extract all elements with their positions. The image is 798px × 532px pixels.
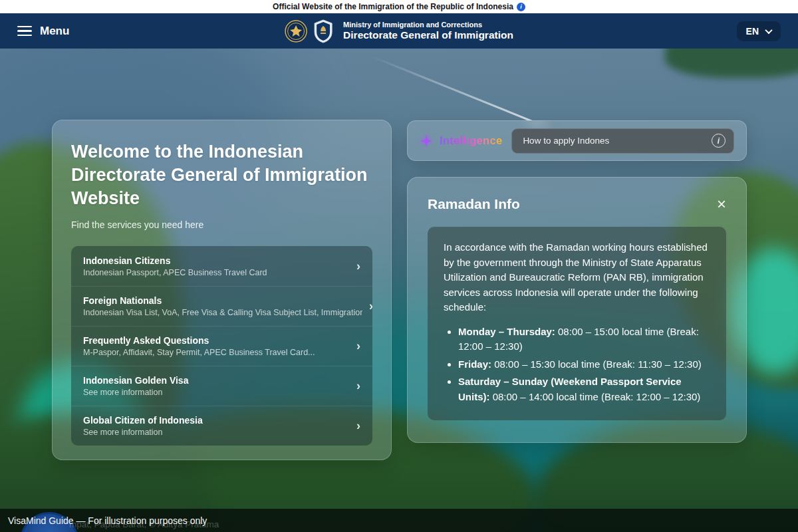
service-item-faq[interactable]: Frequently Asked Questions M-Paspor, Aff… (71, 326, 372, 366)
ramadan-info-card: Ramadan Info × In accordance with the Ra… (407, 177, 747, 443)
menu-label: Menu (40, 25, 69, 38)
ministry-title: Ministry of Immigration and Corrections … (343, 21, 513, 42)
service-list: Indonesian Citizens Indonesian Passport,… (71, 246, 372, 446)
schedule-item: Friday: 08:00 – 15:30 local time (Break:… (458, 357, 710, 372)
schedule-label: Friday: (458, 358, 491, 370)
main-header: Menu Ministry of Immigration and Correct… (0, 13, 798, 49)
ministry-emblem-icon (285, 20, 307, 43)
chevron-right-icon: › (356, 419, 360, 433)
search-input-wrapper: i (511, 128, 734, 154)
service-title: Global Citizen of Indonesia (83, 415, 203, 426)
official-top-bar: Official Website of the Immigration of t… (0, 0, 798, 13)
close-icon[interactable]: × (717, 198, 726, 210)
chevron-down-icon (765, 26, 772, 33)
service-title: Indonesian Citizens (83, 255, 267, 266)
service-item-indonesian-citizens[interactable]: Indonesian Citizens Indonesian Passport,… (71, 246, 372, 286)
service-item-foreign-nationals[interactable]: Foreign Nationals Indonesian Visa List, … (71, 286, 372, 326)
service-item-golden-visa[interactable]: Indonesian Golden Visa See more informat… (71, 366, 372, 406)
schedule-label: Monday – Thursday: (458, 326, 555, 337)
header-branding: Ministry of Immigration and Corrections … (285, 19, 513, 43)
sparkle-icon (420, 134, 433, 148)
islet-top-right (665, 49, 798, 78)
info-icon[interactable]: i (517, 3, 525, 11)
service-subtitle: Indonesian Visa List, VoA, Free Visa & C… (83, 308, 362, 317)
ramadan-title: Ramadan Info (428, 196, 520, 212)
service-subtitle: M-Paspor, Affidavit, Stay Permit, APEC B… (83, 348, 315, 357)
intelligence-brand-label: Intelligence (440, 134, 502, 147)
search-input[interactable] (523, 136, 706, 146)
footer-disclaimer: VisaMind Guide — For illustration purpos… (8, 515, 207, 526)
hamburger-icon (17, 26, 32, 37)
schedule-text: 08:00 – 14:00 local time (Break: 12:00 –… (490, 391, 701, 402)
ministry-line1: Ministry of Immigration and Corrections (343, 21, 513, 29)
official-top-bar-text: Official Website of the Immigration of t… (273, 2, 513, 11)
ramadan-schedule-list: Monday – Thursday: 08:00 – 15:00 local t… (444, 325, 710, 405)
boat-wake (370, 55, 550, 129)
menu-button[interactable]: Menu (17, 25, 69, 38)
language-code: EN (746, 26, 759, 37)
chevron-right-icon: › (369, 299, 372, 313)
ramadan-body-text: In accordance with the Ramadan working h… (444, 240, 710, 315)
ministry-line2: Directorate General of Immigration (343, 29, 513, 42)
service-subtitle: See more information (83, 388, 188, 397)
chevron-right-icon: › (356, 379, 360, 393)
service-item-global-citizen[interactable]: Global Citizen of Indonesia See more inf… (71, 406, 372, 446)
page: Official Website of the Immigration of t… (0, 0, 798, 532)
welcome-subtitle: Find the services you need here (71, 219, 372, 230)
schedule-item: Monday – Thursday: 08:00 – 15:00 local t… (458, 325, 710, 354)
welcome-title: Welcome to the Indonesian Directorate Ge… (71, 140, 372, 210)
service-title: Frequently Asked Questions (83, 335, 315, 346)
service-title: Foreign Nationals (83, 295, 362, 306)
ramadan-body-box: In accordance with the Ramadan working h… (428, 227, 726, 420)
schedule-text: 08:00 – 15:30 local time (Break: 11:30 –… (491, 358, 702, 370)
info-icon[interactable]: i (712, 134, 726, 148)
chevron-right-icon: › (356, 259, 360, 273)
welcome-card: Welcome to the Indonesian Directorate Ge… (52, 120, 392, 460)
schedule-item: Saturday – Sunday (Weekend Passport Serv… (458, 374, 710, 404)
service-subtitle: See more information (83, 428, 203, 437)
language-selector[interactable]: EN (737, 21, 781, 41)
intelligence-search-card: Intelligence i (407, 120, 747, 161)
chevron-right-icon: › (356, 339, 360, 353)
footer-bar: mpat, Papua Barat, © Aditya Pratama Visa… (0, 509, 798, 532)
service-subtitle: Indonesian Passport, APEC Business Trave… (83, 268, 267, 277)
immigration-shield-icon (313, 19, 333, 43)
service-title: Indonesian Golden Visa (83, 375, 188, 386)
